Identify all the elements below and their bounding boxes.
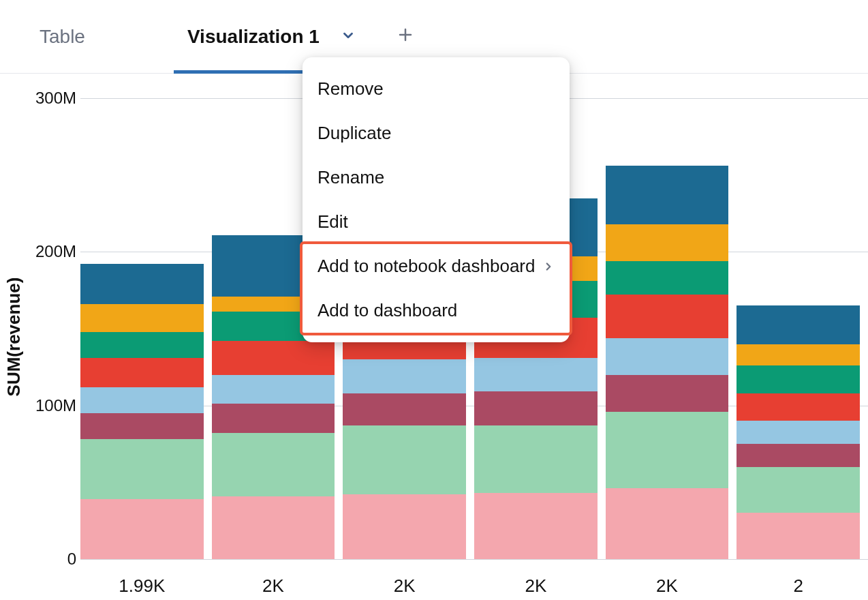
bar-segment[interactable] [737, 444, 860, 467]
chevron-right-icon [542, 260, 555, 273]
bar-segment[interactable] [606, 224, 729, 261]
menu-item-label: Rename [317, 167, 384, 188]
bar-segment[interactable] [606, 375, 729, 412]
bar-segment[interactable] [212, 341, 335, 375]
bar-segment[interactable] [343, 494, 466, 559]
y-tick: 300M [33, 89, 76, 108]
bar-segment[interactable] [80, 332, 204, 358]
bar-segment[interactable] [80, 439, 204, 499]
chevron-down-icon [341, 26, 356, 48]
bar[interactable] [80, 98, 204, 559]
bar-segment[interactable] [80, 358, 204, 387]
tab-table[interactable]: Table [26, 0, 99, 73]
add-tab-button[interactable] [390, 22, 420, 52]
grid-line [80, 559, 868, 560]
plus-icon [397, 26, 414, 48]
x-tick: 1.99K [119, 575, 165, 597]
y-tick: 200M [33, 242, 76, 261]
bar-segment[interactable] [80, 387, 204, 413]
bar-segment[interactable] [80, 304, 204, 332]
y-axis-ticks: 0100M200M300M [33, 98, 76, 559]
bar-segment[interactable] [737, 467, 860, 513]
app-root: Table Visualization 1 SUM(revenue) 0100M… [0, 0, 868, 600]
bar-segment[interactable] [80, 499, 204, 559]
menu-item-label: Edit [317, 211, 348, 232]
bar-segment[interactable] [737, 344, 860, 366]
bar-segment[interactable] [737, 421, 860, 444]
bar-segment[interactable] [212, 404, 335, 433]
bar-segment[interactable] [606, 488, 729, 559]
y-tick: 100M [33, 396, 76, 415]
bar-segment[interactable] [343, 425, 466, 494]
bar-segment[interactable] [80, 264, 204, 304]
menu-item-remove[interactable]: Remove [303, 67, 570, 111]
menu-item-add-notebook-dashboard[interactable]: Add to notebook dashboard [303, 244, 570, 288]
x-axis-ticks: 1.99K2K2K2K2K2 [80, 567, 868, 600]
menu-item-label: Duplicate [317, 123, 391, 144]
bar-segment[interactable] [343, 359, 466, 393]
bar-segment[interactable] [80, 413, 204, 439]
menu-item-label: Add to notebook dashboard [317, 256, 535, 277]
menu-item-edit[interactable]: Edit [303, 200, 570, 244]
bar-segment[interactable] [737, 513, 860, 559]
x-tick: 2 [793, 575, 803, 597]
bar-segment[interactable] [474, 358, 598, 392]
tab-menu-trigger[interactable] [333, 22, 363, 52]
y-axis-label: SUM(revenue) [3, 278, 25, 397]
menu-item-rename[interactable]: Rename [303, 155, 570, 200]
tab-context-menu: Remove Duplicate Rename Edit Add to note… [303, 57, 570, 342]
bar-segment[interactable] [737, 365, 860, 393]
bar-segment[interactable] [606, 261, 729, 295]
bar-segment[interactable] [474, 493, 598, 559]
tab-visualization-label: Visualization 1 [187, 26, 320, 48]
x-tick: 2K [525, 575, 546, 597]
menu-item-label: Remove [317, 78, 384, 100]
bar-segment[interactable] [606, 412, 729, 489]
bar[interactable] [737, 98, 860, 559]
bar-segment[interactable] [606, 338, 729, 375]
bar-segment[interactable] [474, 391, 598, 425]
bar[interactable] [606, 98, 729, 559]
bar-segment[interactable] [606, 166, 729, 224]
x-tick: 2K [656, 575, 678, 597]
bar-segment[interactable] [212, 496, 335, 559]
x-tick: 2K [394, 575, 416, 597]
tab-table-label: Table [40, 26, 85, 48]
bar-segment[interactable] [737, 305, 860, 344]
bar-segment[interactable] [212, 375, 335, 404]
bar-segment[interactable] [606, 295, 729, 338]
x-tick: 2K [262, 575, 284, 597]
bar-segment[interactable] [212, 433, 335, 496]
y-tick: 0 [33, 550, 76, 569]
bar-segment[interactable] [474, 425, 598, 493]
menu-item-add-dashboard[interactable]: Add to dashboard [303, 288, 570, 333]
menu-item-label: Add to dashboard [317, 300, 457, 321]
menu-item-duplicate[interactable]: Duplicate [303, 111, 570, 155]
bar-segment[interactable] [737, 393, 860, 421]
bar-segment[interactable] [343, 393, 466, 425]
